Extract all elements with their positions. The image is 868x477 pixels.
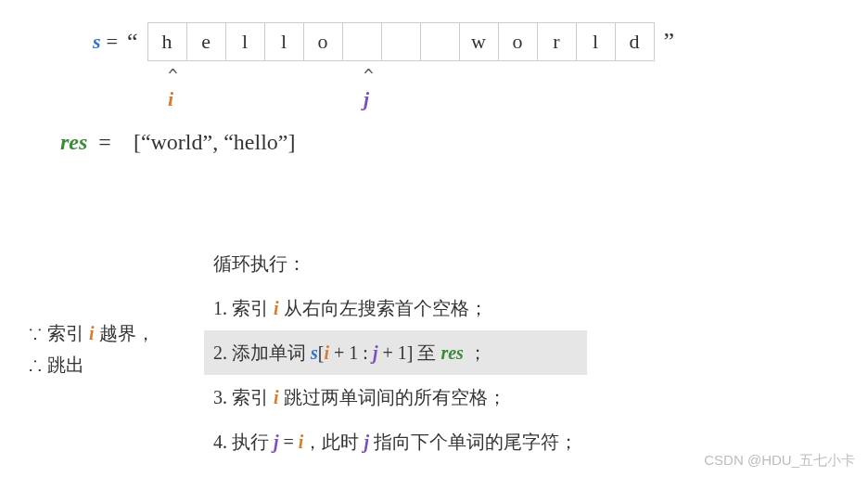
close-quote: ” [660, 28, 679, 56]
cell-9: o [499, 22, 538, 61]
step1-a: 1. 索引 [213, 298, 274, 318]
var-s: s [93, 30, 101, 54]
res-row: res = [“world”, “hello”] [60, 130, 295, 155]
cell-1: e [187, 22, 226, 61]
step4-c: ，此时 [303, 432, 364, 452]
step2-e: ； [464, 342, 487, 363]
pointer-i-label: i [168, 87, 173, 111]
cell-7 [421, 22, 460, 61]
cell-11: l [577, 22, 616, 61]
cell-4: o [304, 22, 343, 61]
var-res: res [60, 130, 87, 154]
string-cells: h e l l o w o r l d [147, 22, 655, 61]
step3-a: 3. 索引 [213, 387, 274, 407]
open-quote: “ [123, 28, 142, 56]
step1-b: 从右向左搜索首个空格； [279, 298, 488, 318]
side-note: ∵ 索引 i 越界， ∴ 跳出 [28, 317, 155, 380]
caret-j-icon: ^ [364, 65, 374, 84]
side-line-1: ∵ 索引 i 越界， [28, 317, 155, 349]
steps-block: 循环执行： 1. 索引 i 从右向左搜索首个空格； 2. 添加单词 s[i + … [204, 241, 587, 464]
side1-a: ∵ 索引 [28, 323, 89, 343]
step2-s: s [311, 342, 318, 363]
res-eq: = [98, 130, 111, 154]
equals-symbol: = [107, 30, 118, 54]
step2-a: 2. 添加单词 [213, 342, 311, 363]
cell-3: l [265, 22, 304, 61]
watermark: CSDN @HDU_五七小卡 [704, 452, 855, 470]
step4-eq: = [279, 432, 299, 452]
step-2-highlighted: 2. 添加单词 s[i + 1 : j + 1] 至 res ； [204, 330, 587, 375]
pointer-j-label: j [364, 87, 369, 111]
step4-a: 4. 执行 [213, 432, 274, 452]
caret-i-icon: ^ [168, 65, 178, 84]
step-3: 3. 索引 i 跳过两单词间的所有空格； [204, 375, 587, 419]
cell-6 [382, 22, 421, 61]
step2-res: res [440, 342, 463, 363]
step2-d: + 1] 至 [377, 342, 440, 363]
side1-b: 越界， [95, 323, 155, 343]
cell-10: r [538, 22, 577, 61]
step-1: 1. 索引 i 从右向左搜索首个空格； [204, 286, 587, 330]
side-line-2: ∴ 跳出 [28, 349, 155, 380]
step2-c: + 1 : [329, 342, 373, 363]
step4-d: 指向下个单词的尾字符； [369, 432, 578, 452]
cell-8: w [460, 22, 499, 61]
string-s-row: s = “ h e l l o w o r l d ” [93, 22, 678, 61]
res-value: [“world”, “hello”] [134, 130, 296, 154]
cell-2: l [226, 22, 265, 61]
cell-5 [343, 22, 382, 61]
step-4: 4. 执行 j = i，此时 j 指向下个单词的尾字符； [204, 419, 587, 464]
cell-12: d [616, 22, 655, 61]
step3-b: 跳过两单词间的所有空格； [279, 387, 506, 407]
cell-0: h [148, 22, 187, 61]
steps-header: 循环执行： [204, 241, 587, 286]
